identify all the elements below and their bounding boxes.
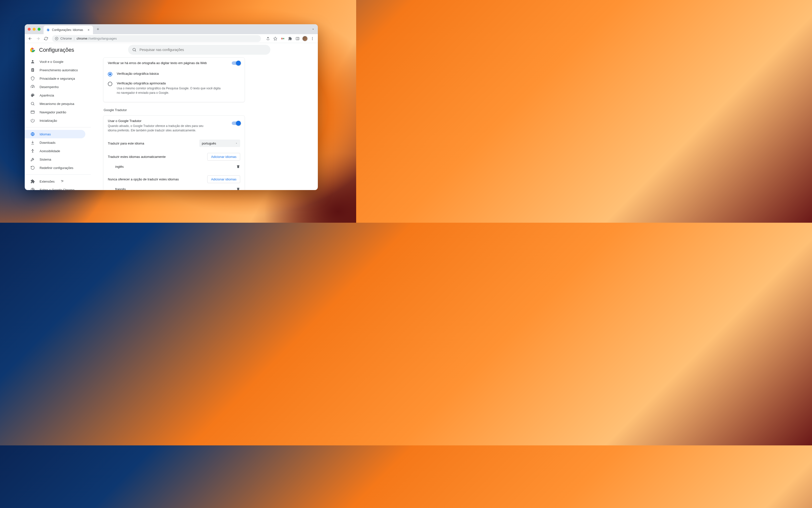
sidebar-item-accessibility[interactable]: Acessibilidade — [25, 147, 85, 155]
omnibox-label: Chrome — [60, 37, 72, 40]
never-translate-title: Nunca oferecer a opção de traduzir estes… — [108, 177, 179, 181]
chrome-logo-icon — [30, 47, 36, 53]
window-controls — [28, 28, 41, 31]
settings-header: Configurações — [25, 47, 74, 53]
forward-button[interactable] — [35, 35, 42, 42]
sidebar-item-you-and-google[interactable]: Você e o Google — [25, 57, 85, 66]
svg-point-4 — [312, 37, 313, 38]
profile-avatar[interactable] — [302, 35, 308, 42]
sidebar-item-label: Extensões — [40, 180, 55, 183]
sidebar-item-privacy[interactable]: Privacidade e segurança — [25, 74, 85, 83]
use-translate-desc: Quando ativado, o Google Tradutor oferec… — [108, 124, 212, 133]
auto-language-row: inglês — [103, 162, 244, 171]
spellcheck-enhanced-desc: Usa o mesmo corretor ortográfico da Pesq… — [117, 86, 221, 95]
sidebar-item-label: Privacidade e segurança — [40, 77, 75, 80]
reload-button[interactable] — [43, 35, 49, 42]
shield-icon — [30, 76, 35, 81]
close-window-button[interactable] — [28, 28, 31, 31]
speed-icon — [30, 84, 35, 89]
translate-target-label: Traduzir para este idioma — [108, 141, 144, 145]
side-panel-button[interactable] — [294, 35, 301, 42]
new-tab-button[interactable]: + — [94, 26, 101, 33]
use-translate-toggle[interactable] — [232, 122, 240, 125]
sidebar-item-label: Você e o Google — [40, 60, 63, 64]
back-button[interactable] — [27, 35, 34, 42]
site-info-icon[interactable] — [55, 37, 58, 40]
svg-point-12 — [32, 87, 33, 88]
chevron-down-icon — [235, 142, 238, 144]
extension-icon — [30, 179, 35, 184]
extensions-button[interactable] — [287, 35, 294, 42]
add-never-language-button[interactable]: Adicionar idiomas — [207, 175, 240, 183]
spellcheck-basic-radio[interactable] — [108, 72, 112, 77]
svg-rect-14 — [31, 111, 34, 114]
sidebar-item-label: Desempenho — [40, 85, 59, 89]
sidebar-item-languages[interactable]: Idiomas — [25, 130, 85, 138]
translate-target-dropdown[interactable]: português — [199, 139, 240, 147]
tabs-dropdown-button[interactable] — [311, 28, 315, 31]
sidebar-item-appearance[interactable]: Aparência — [25, 91, 85, 99]
settings-search[interactable] — [128, 45, 270, 55]
sidebar-item-system[interactable]: Sistema — [25, 155, 85, 164]
share-button[interactable] — [264, 35, 271, 42]
sidebar-item-label: Mecanismo de pesquisa — [40, 102, 74, 105]
language-label: inglês — [115, 165, 124, 169]
wrench-icon — [30, 157, 35, 162]
svg-point-19 — [32, 189, 33, 190]
sidebar-item-default-browser[interactable]: Navegador padrão — [25, 108, 85, 116]
sidebar-separator — [25, 174, 91, 175]
address-bar[interactable]: Chrome | chrome://settings/languages — [52, 35, 261, 42]
translate-section-title: Google Tradutor — [103, 108, 318, 112]
minimize-window-button[interactable] — [33, 28, 36, 31]
sidebar-item-performance[interactable]: Desempenho — [25, 83, 85, 91]
spellcheck-title: Verificar se há erros de ortografia ao d… — [108, 61, 207, 65]
sidebar-item-label: Preenchimento automático — [40, 68, 78, 72]
bookmark-button[interactable] — [272, 35, 279, 42]
svg-point-10 — [133, 48, 136, 51]
browser-window: Configurações: Idiomas × + Chrome | chro… — [25, 24, 318, 190]
tab-strip: Configurações: Idiomas × + — [25, 24, 318, 34]
gear-icon — [46, 28, 50, 32]
settings-content: Verificar se há erros de ortografia ao d… — [91, 43, 318, 190]
spellcheck-basic-label: Verificação ortográfica básica — [117, 72, 159, 76]
search-icon — [30, 101, 35, 106]
svg-point-13 — [31, 102, 34, 105]
sidebar-item-search-engine[interactable]: Mecanismo de pesquisa — [25, 99, 85, 108]
svg-point-1 — [56, 38, 57, 39]
auto-translate-title: Traduzir estes idiomas automaticamente — [108, 155, 166, 159]
toolbar: Chrome | chrome://settings/languages BH — [25, 34, 318, 43]
sidebar-item-downloads[interactable]: Downloads — [25, 138, 85, 147]
spellcheck-enhanced-radio[interactable] — [108, 82, 112, 86]
sidebar-item-label: Aparência — [40, 93, 54, 97]
menu-button[interactable] — [309, 35, 316, 42]
person-icon — [30, 59, 35, 64]
spellcheck-toggle[interactable] — [232, 61, 240, 65]
sidebar-item-extensions[interactable]: Extensões — [25, 177, 85, 185]
external-link-icon — [60, 180, 64, 183]
delete-icon[interactable] — [236, 187, 240, 190]
browser-tab[interactable]: Configurações: Idiomas × — [44, 26, 93, 34]
extension-bh-icon[interactable]: BH — [279, 35, 286, 42]
sidebar-item-reset[interactable]: Redefinir configurações — [25, 164, 85, 172]
svg-point-5 — [312, 38, 313, 39]
maximize-window-button[interactable] — [38, 28, 41, 31]
power-icon — [30, 118, 35, 123]
sidebar-item-label: Acessibilidade — [40, 149, 60, 153]
delete-icon[interactable] — [236, 165, 240, 169]
sidebar-item-about[interactable]: Sobre o Google Chrome — [25, 185, 85, 190]
close-tab-button[interactable]: × — [87, 28, 91, 32]
language-label: francês — [115, 187, 126, 190]
search-input[interactable] — [139, 48, 266, 52]
svg-rect-2 — [296, 37, 299, 40]
add-auto-language-button[interactable]: Adicionar idiomas — [207, 153, 240, 161]
sidebar-item-autofill[interactable]: Preenchimento automático — [25, 66, 85, 74]
sidebar-item-startup[interactable]: Inicialização — [25, 116, 85, 125]
reset-icon — [30, 165, 35, 170]
svg-point-17 — [32, 149, 33, 150]
sidebar-item-label: Redefinir configurações — [40, 166, 74, 170]
url-text: chrome://settings/languages — [77, 37, 117, 40]
sidebar-item-label: Downloads — [40, 141, 55, 144]
search-icon — [132, 47, 137, 52]
dropdown-value: português — [202, 141, 216, 145]
svg-point-11 — [32, 60, 33, 61]
